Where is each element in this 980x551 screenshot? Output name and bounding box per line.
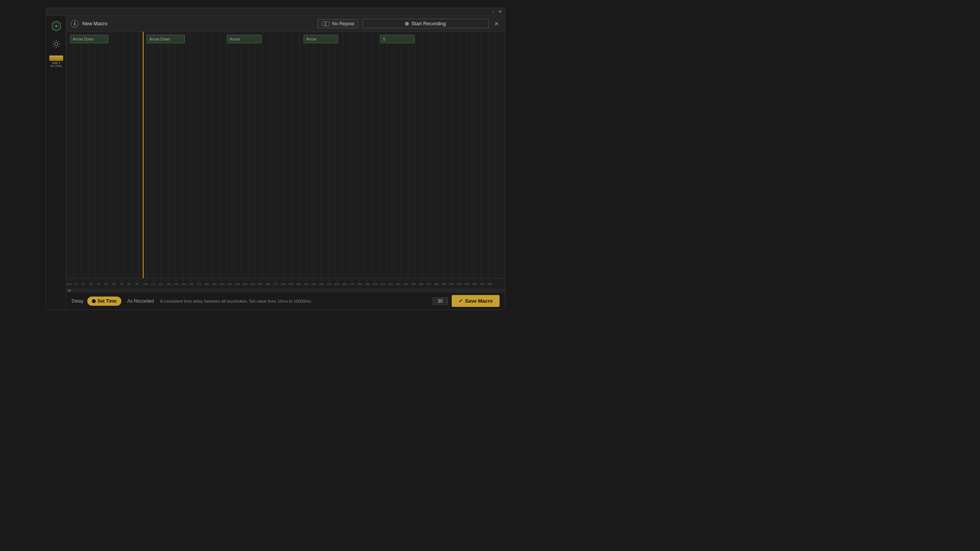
save-icon: ✓	[459, 298, 463, 304]
grid-line	[474, 32, 474, 278]
ruler-mark: 500	[449, 279, 454, 286]
ruler-mark: 220	[235, 279, 240, 286]
record-dot-icon	[405, 22, 409, 26]
close-button[interactable]: ✕	[497, 9, 503, 15]
ruler-mark: 0ms	[66, 279, 72, 286]
ruler-mark: 290	[288, 279, 293, 286]
grid-line	[277, 32, 278, 278]
ruler-mark: 370	[350, 279, 354, 286]
keyboard-device[interactable]: GMK 3 HZ (75%)	[49, 55, 63, 68]
brand-logo-icon	[51, 20, 62, 32]
grid-line	[437, 32, 438, 278]
header-close-button[interactable]: ✕	[493, 20, 500, 28]
playhead[interactable]	[143, 32, 144, 278]
ruler-mark: 90	[135, 279, 139, 286]
ruler-mark: 60	[112, 279, 116, 286]
key-block-s[interactable]: S	[380, 35, 415, 43]
scrollbar-thumb[interactable]	[68, 290, 71, 292]
key-block-arrow-down-2[interactable]: Arrow Down	[147, 35, 185, 43]
header: ℹ New Macro No Repeat Start Recording ✕	[66, 16, 505, 32]
grid-line	[466, 32, 467, 278]
grid-line	[328, 32, 328, 278]
ruler-mark: 240	[250, 279, 255, 286]
grid-line	[248, 32, 248, 278]
ruler-mark: 40	[97, 279, 100, 286]
svg-point-1	[55, 42, 58, 46]
grid-line	[175, 32, 176, 278]
delay-value-input[interactable]	[433, 297, 448, 305]
start-recording-button[interactable]: Start Recording	[362, 19, 489, 28]
grid-line	[204, 32, 205, 278]
grid-line	[415, 32, 416, 278]
set-time-button[interactable]: Set Time	[87, 297, 121, 306]
start-recording-label: Start Recording	[411, 21, 446, 26]
grid-line	[154, 32, 154, 278]
info-button[interactable]: ℹ	[71, 20, 78, 28]
keyboard-label: GMK 3 HZ (75%)	[51, 62, 62, 68]
grid-line	[357, 32, 358, 278]
ruler-mark: 80	[127, 279, 131, 286]
grid-line	[234, 32, 234, 278]
ruler-mark: 70	[120, 279, 123, 286]
grid-line	[212, 32, 212, 278]
ruler-mark: 340	[327, 279, 332, 286]
ruler-mark: 260	[265, 279, 270, 286]
bottom-bar: Delay Set Time As Recorded A consistent …	[66, 292, 505, 310]
keyboard-icon	[49, 55, 63, 61]
grid-line	[132, 32, 132, 278]
key-block-arrow-1[interactable]: Arrow	[227, 35, 261, 43]
grid-line	[190, 32, 190, 278]
delay-label: Delay	[72, 298, 83, 304]
ruler-mark: 330	[319, 279, 324, 286]
ruler-mark: 30	[89, 279, 93, 286]
sidebar-logo	[50, 20, 63, 33]
content-area: ℹ New Macro No Repeat Start Recording ✕	[66, 16, 505, 310]
grid-line	[459, 32, 459, 278]
set-time-icon	[92, 299, 96, 303]
ruler-mark: 430	[395, 279, 400, 286]
ruler-mark: 400	[372, 279, 377, 286]
grid-line	[350, 32, 350, 278]
ruler-mark: 230	[242, 279, 247, 286]
ruler-mark: 310	[304, 279, 309, 286]
grid-line	[270, 32, 270, 278]
grid-line	[495, 32, 496, 278]
main-window: − ✕ GMK 3	[46, 8, 505, 310]
grid-line	[161, 32, 161, 278]
grid-line	[117, 32, 118, 278]
title-bar: − ✕	[46, 8, 505, 16]
grid-line	[364, 32, 365, 278]
minimize-button[interactable]: −	[490, 9, 496, 15]
grid-line	[314, 32, 314, 278]
grid-line	[183, 32, 183, 278]
grid-line	[335, 32, 336, 278]
ruler-mark: 450	[411, 279, 416, 286]
main-layout: GMK 3 HZ (75%) ℹ New Macro No Repeat	[46, 16, 505, 310]
timeline-scrollbar[interactable]	[66, 289, 505, 292]
ruler-mark: 200	[219, 279, 224, 286]
grid-line	[110, 32, 110, 278]
grid-line	[139, 32, 139, 278]
ruler-mark: 20	[82, 279, 85, 286]
no-repeat-button[interactable]: No Repeat	[317, 19, 358, 28]
sidebar: GMK 3 HZ (75%)	[46, 16, 66, 310]
ruler-mark: 440	[403, 279, 408, 286]
ruler-mark: 410	[380, 279, 385, 286]
timeline-canvas[interactable]: Arrow Down Arrow Down Arrow Arrow S	[66, 32, 505, 278]
grid-line	[430, 32, 430, 278]
key-block-arrow-2[interactable]: Arrow	[304, 35, 338, 43]
settings-button[interactable]	[51, 39, 62, 49]
grid-line	[394, 32, 394, 278]
grid-line	[197, 32, 198, 278]
ruler-mark: 130	[166, 279, 171, 286]
repeat-icon	[322, 21, 330, 26]
key-block-arrow-down-1[interactable]: Arrow Down	[70, 35, 108, 43]
ruler-mark: 190	[212, 279, 217, 286]
ruler-mark: 550	[487, 279, 492, 286]
grid-line	[255, 32, 256, 278]
grid-line	[124, 32, 125, 278]
ruler-mark: 110	[150, 279, 155, 286]
ruler-mark: 50	[105, 279, 108, 286]
as-recorded-button[interactable]: As Recorded	[125, 297, 156, 305]
save-macro-button[interactable]: ✓ Save Macro	[452, 295, 500, 307]
